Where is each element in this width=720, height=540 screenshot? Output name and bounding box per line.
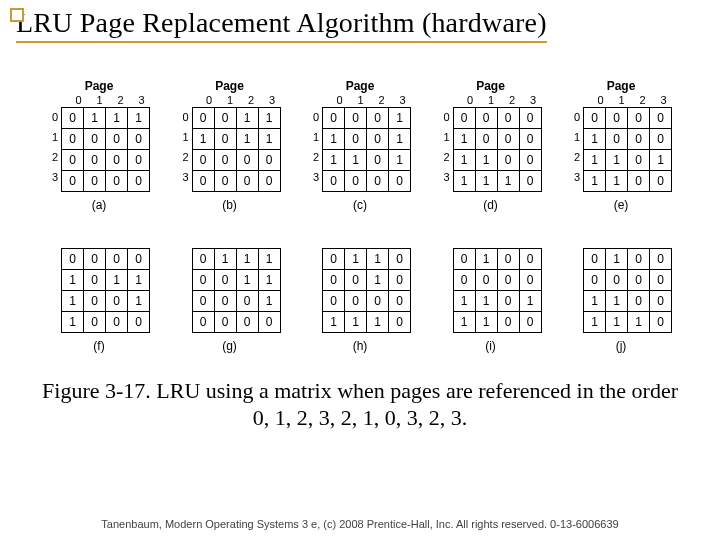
matrix-cell: 0 — [628, 290, 650, 311]
matrix-cell: 1 — [367, 248, 389, 269]
matrix-cell: 0 — [650, 107, 672, 128]
matrix-fig-i: Page012301230100000011011100(i) — [432, 220, 550, 353]
matrix-table: 0011101100000000 — [192, 107, 281, 192]
matrix-page-label: Page — [215, 79, 244, 93]
matrix-cell: 1 — [519, 290, 541, 311]
matrix-col-headers: 0123 — [432, 93, 550, 107]
matrix-cell: 0 — [84, 149, 106, 170]
matrix-cell: 0 — [519, 149, 541, 170]
matrix-cell: 0 — [62, 170, 84, 191]
matrix-cell: 0 — [323, 170, 345, 191]
matrix-cell: 0 — [628, 128, 650, 149]
matrix-cell: 1 — [258, 128, 280, 149]
matrix-table: 0000100011001110 — [453, 107, 542, 192]
matrix-cell: 1 — [606, 149, 628, 170]
matrix-cell: 0 — [84, 269, 106, 290]
matrix-page-label: Page — [85, 79, 114, 93]
matrix-cell: 1 — [584, 311, 606, 332]
matrix-cell: 0 — [367, 290, 389, 311]
matrix-cell: 0 — [650, 170, 672, 191]
matrix-fig-c: Page012301230001100111010000(c) — [301, 79, 419, 212]
matrix-cell: 0 — [345, 107, 367, 128]
matrix-cell: 0 — [192, 170, 214, 191]
matrix-cell: 1 — [389, 149, 411, 170]
matrix-cell: 1 — [258, 248, 280, 269]
matrix-cell: 1 — [475, 248, 497, 269]
matrix-cell: 1 — [345, 149, 367, 170]
matrix-sub-label: (j) — [616, 339, 627, 353]
matrix-row-headers: 0123 — [440, 107, 450, 187]
matrix-cell: 0 — [389, 269, 411, 290]
matrix-cell: 0 — [84, 311, 106, 332]
matrix-cell: 0 — [192, 269, 214, 290]
accent-square — [10, 8, 24, 22]
matrix-cell: 0 — [584, 107, 606, 128]
matrix-cell: 0 — [389, 311, 411, 332]
matrix-cell: 0 — [214, 290, 236, 311]
matrix-cell: 1 — [453, 149, 475, 170]
matrix-cell: 0 — [650, 269, 672, 290]
matrix-cell: 1 — [258, 107, 280, 128]
matrix-sub-label: (e) — [614, 198, 629, 212]
matrix-cell: 0 — [650, 290, 672, 311]
matrix-cell: 0 — [628, 149, 650, 170]
matrix-cell: 0 — [650, 311, 672, 332]
matrix-cell: 1 — [475, 170, 497, 191]
matrix-cell: 0 — [497, 149, 519, 170]
matrix-cell: 0 — [128, 128, 150, 149]
matrix-cell: 0 — [453, 107, 475, 128]
matrix-cell: 0 — [475, 269, 497, 290]
matrix-cell: 0 — [628, 269, 650, 290]
matrix-cell: 1 — [389, 128, 411, 149]
figures-grid: Page012301230111000000000000(a)Page01230… — [10, 79, 710, 353]
matrix-cell: 0 — [106, 290, 128, 311]
matrix-cell: 1 — [214, 248, 236, 269]
matrix-cell: 1 — [367, 269, 389, 290]
matrix-cell: 1 — [62, 311, 84, 332]
matrix-cell: 0 — [367, 170, 389, 191]
matrix-cell: 1 — [453, 170, 475, 191]
matrix-cell: 0 — [497, 107, 519, 128]
matrix-cell: 1 — [606, 290, 628, 311]
matrix-table: 0000100011011100 — [583, 107, 672, 192]
matrix-cell: 0 — [214, 149, 236, 170]
matrix-cell: 0 — [497, 128, 519, 149]
matrix-cell: 1 — [128, 290, 150, 311]
matrix-cell: 0 — [628, 170, 650, 191]
matrix-fig-e: Page012301230000100011011100(e) — [562, 79, 680, 212]
matrix-cell: 0 — [367, 128, 389, 149]
matrix-cell: 1 — [584, 128, 606, 149]
matrix-cell: 1 — [453, 128, 475, 149]
matrix-cell: 0 — [497, 290, 519, 311]
matrix-cell: 0 — [519, 269, 541, 290]
matrix-cell: 1 — [584, 149, 606, 170]
matrix-cell: 1 — [389, 107, 411, 128]
matrix-cell: 0 — [214, 107, 236, 128]
title-block: LRU Page Replacement Algorithm (hardware… — [16, 8, 547, 43]
matrix-cell: 0 — [192, 149, 214, 170]
matrix-cell: 0 — [62, 107, 84, 128]
matrix-table: 0111001100010000 — [192, 248, 281, 333]
matrix-cell: 0 — [128, 311, 150, 332]
matrix-cell: 0 — [84, 290, 106, 311]
matrix-cell: 0 — [106, 311, 128, 332]
matrix-cell: 1 — [106, 269, 128, 290]
matrix-cell: 1 — [128, 107, 150, 128]
matrix-fig-d: Page012301230000100011001110(d) — [432, 79, 550, 212]
matrix-cell: 0 — [236, 149, 258, 170]
matrix-cell: 1 — [367, 311, 389, 332]
matrix-cell: 0 — [475, 107, 497, 128]
matrix-col-headers: 0123 — [171, 93, 289, 107]
matrix-col-headers: 0123 — [301, 93, 419, 107]
matrix-cell: 0 — [345, 170, 367, 191]
matrix-cell: 1 — [236, 107, 258, 128]
matrix-row-headers: 0123 — [570, 107, 580, 187]
matrix-cell: 0 — [84, 248, 106, 269]
matrix-cell: 1 — [323, 128, 345, 149]
matrix-cell: 0 — [628, 107, 650, 128]
matrix-fig-b: Page012301230011101100000000(b) — [171, 79, 289, 212]
matrix-sub-label: (f) — [93, 339, 104, 353]
matrix-cell: 0 — [84, 170, 106, 191]
matrix-cell: 1 — [497, 170, 519, 191]
matrix-cell: 0 — [236, 311, 258, 332]
